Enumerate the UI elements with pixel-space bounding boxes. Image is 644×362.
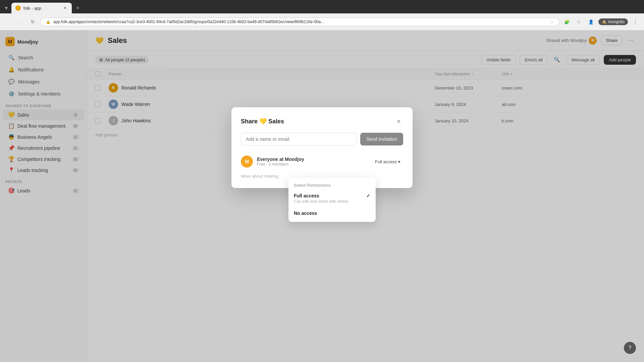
forward-button[interactable]: → [16, 17, 25, 26]
permissions-dropdown[interactable]: Full access ▾ [372, 158, 403, 166]
back-button[interactable]: ← [4, 17, 13, 26]
incognito-badge: 🕵️ Incognito [598, 18, 628, 25]
menu-icon[interactable]: ⋮ [631, 17, 640, 26]
browser-navbar: ← → ↻ 🔒 app.folk.app/apps/contacts/netwo… [0, 13, 644, 30]
browser-chrome: ▼ f folk - app ✕ + ← → ↻ 🔒 app.folk.app/… [0, 0, 644, 30]
incognito-label: Incognito [608, 19, 625, 24]
incognito-icon: 🕵️ [602, 19, 607, 24]
sharing-entity-info: Everyone at Moodjoy Free · 3 members [257, 157, 368, 167]
lock-icon: 🔒 [46, 20, 51, 24]
sharing-entity-sub: Free · 3 members [257, 162, 368, 167]
sharing-entity-name: Everyone at Moodjoy [257, 157, 368, 162]
tab-close-icon[interactable]: ✕ [62, 5, 68, 11]
full-access-label: Full access [294, 193, 319, 198]
modal-close-button[interactable]: ✕ [394, 117, 403, 126]
reload-button[interactable]: ↻ [28, 17, 38, 26]
tab-favicon: f [15, 5, 21, 11]
invite-email-input[interactable] [241, 133, 357, 145]
modal-title: Share 💛 Sales [241, 118, 284, 125]
share-modal: Share 💛 Sales ✕ Send invitation M Everyo… [231, 107, 413, 188]
new-tab-button[interactable]: + [73, 3, 83, 13]
address-text: app.folk.app/apps/contacts/network/ccaa7… [53, 19, 547, 24]
star-icon[interactable]: ☆ [574, 17, 584, 26]
profile-icon[interactable]: 👤 [586, 17, 596, 26]
full-access-check-icon: ✓ [366, 193, 370, 198]
send-invitation-button[interactable]: Send invitation [360, 133, 403, 145]
sharing-avatar: M [241, 156, 253, 168]
popup-item-full-access[interactable]: Full access ✓ Can edit and share with ot… [288, 190, 376, 207]
modal-title-text: Share 💛 Sales [241, 118, 284, 125]
full-access-description: Can edit and share with others [294, 199, 370, 204]
permissions-popup: Select permissions Full access ✓ Can edi… [288, 178, 376, 222]
popup-item-full-access-header: Full access ✓ [294, 193, 370, 198]
bookmark-star-icon[interactable]: ☆ [550, 19, 554, 24]
extensions-icon[interactable]: 🧩 [562, 17, 572, 26]
chevron-down-icon: ▾ [398, 159, 400, 164]
active-tab[interactable]: f folk - app ✕ [11, 3, 72, 13]
permissions-label: Full access [375, 159, 397, 164]
sharing-entity-row: M Everyone at Moodjoy Free · 3 members F… [241, 152, 403, 171]
modal-header: Share 💛 Sales ✕ [241, 117, 403, 126]
tab-title: folk - app [23, 6, 41, 11]
popup-item-no-access[interactable]: No access [288, 207, 376, 219]
address-bar[interactable]: 🔒 app.folk.app/apps/contacts/network/cca… [40, 18, 559, 26]
popup-section-label: Select permissions [288, 180, 376, 190]
nav-actions: 🧩 ☆ 👤 🕵️ Incognito ⋮ [562, 17, 640, 26]
help-button[interactable]: ? [624, 342, 636, 354]
browser-tabs: ▼ f folk - app ✕ + [0, 0, 644, 13]
modal-input-row: Send invitation [241, 133, 403, 145]
tab-dropdown[interactable]: ▼ [3, 4, 10, 12]
